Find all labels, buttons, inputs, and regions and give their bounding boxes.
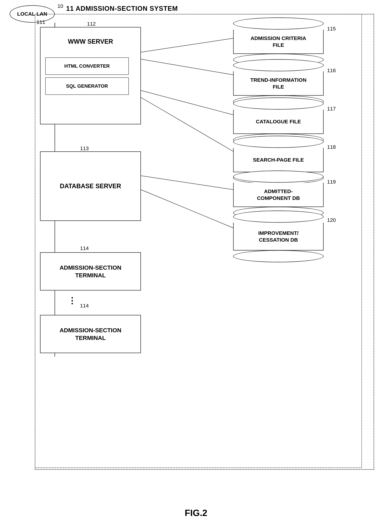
terminal-label-1: ADMISSION-SECTIONTERMINAL — [60, 264, 121, 279]
diagram: 10 LOCAL LAN 11 ADMISSION-SECTION SYSTEM… — [0, 0, 392, 532]
label-111: 111 — [37, 19, 45, 25]
html-converter-box: HTML CONVERTER — [45, 57, 129, 75]
terminal-box-2: ADMISSION-SECTIONTERMINAL — [40, 315, 141, 353]
cylinder-120: IMPROVEMENT/CESSATION DB — [233, 210, 324, 262]
figure-label: FIG.2 — [185, 508, 207, 518]
label-118: 118 — [327, 144, 336, 150]
terminal-label-2: ADMISSION-SECTIONTERMINAL — [60, 326, 121, 342]
label-10: 10 — [57, 3, 63, 9]
label-115: 115 — [327, 26, 336, 32]
label-117: 117 — [327, 106, 336, 112]
label-113: 113 — [80, 145, 89, 151]
dots-separator: ⋮ — [68, 296, 76, 305]
database-server-label: DATABASE SERVER — [60, 182, 121, 190]
cylinder-115: ADMISSION CRITERIAFILE — [233, 17, 324, 66]
label-116: 116 — [327, 67, 336, 73]
database-server-box: DATABASE SERVER — [40, 151, 141, 221]
sql-generator-box: SQL GENERATOR — [45, 77, 129, 95]
www-server-label: WWW SERVER — [41, 33, 140, 45]
label-120: 120 — [327, 217, 336, 223]
terminal-box-1: ADMISSION-SECTIONTERMINAL — [40, 252, 141, 290]
admission-system-label: 11 ADMISSION-SECTION SYSTEM — [66, 5, 178, 12]
label-119: 119 — [327, 179, 336, 185]
label-114b: 114 — [80, 303, 89, 309]
label-112: 112 — [87, 21, 96, 27]
www-server-box: WWW SERVER — [40, 27, 141, 124]
label-114a: 114 — [80, 245, 89, 251]
